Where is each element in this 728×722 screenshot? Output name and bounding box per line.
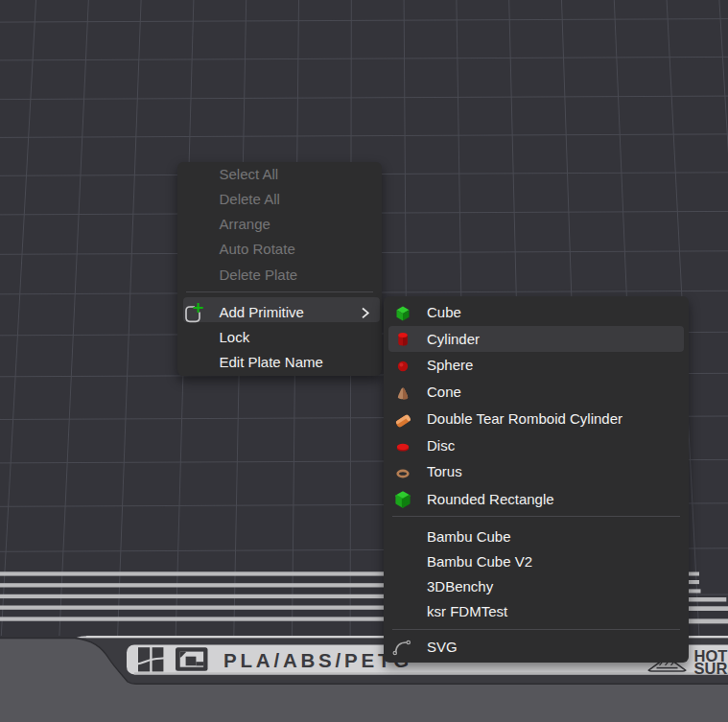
svg-text:SURF: SURF — [694, 660, 728, 677]
